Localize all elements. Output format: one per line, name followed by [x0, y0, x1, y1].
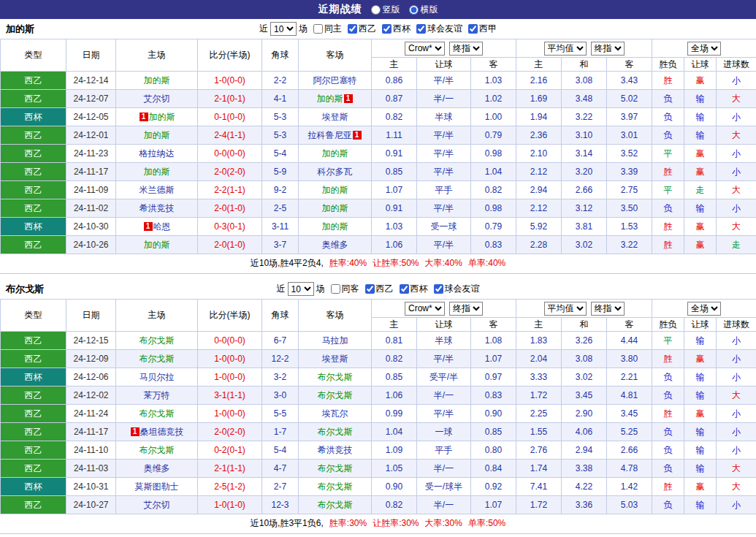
filter-checkbox-option[interactable]: 西杯 — [400, 283, 428, 295]
home-team[interactable]: 加的斯 — [116, 236, 198, 254]
average-stage-select[interactable]: 终指 — [591, 42, 625, 56]
filter-checkbox-option[interactable]: 西乙 — [348, 23, 376, 35]
home-team[interactable]: 莫斯图勒士 — [116, 478, 198, 496]
home-team[interactable]: 米兰德斯 — [116, 181, 198, 199]
home-team[interactable]: 加的斯 — [116, 126, 198, 145]
away-team[interactable]: 加的斯1 — [299, 90, 372, 108]
filter-checkbox-option[interactable]: 同主 — [313, 23, 342, 35]
team-name-text: 格拉纳达 — [140, 148, 175, 159]
filter-checkbox[interactable] — [313, 24, 323, 34]
avg-home-odds: 1.83 — [516, 332, 562, 350]
match-date: 24-12-06 — [66, 368, 116, 386]
home-team[interactable]: 1哈恩 — [116, 218, 198, 236]
away-team[interactable]: 加的斯 — [299, 218, 372, 236]
bookmaker-select[interactable]: Crow* — [405, 302, 445, 316]
home-team[interactable]: 布尔戈斯 — [116, 332, 198, 350]
home-team[interactable]: 艾尔切 — [116, 496, 198, 514]
odds-home: 0.99 — [372, 405, 417, 423]
home-team[interactable]: 莱万特 — [116, 386, 198, 405]
filter-checkbox[interactable] — [365, 284, 375, 294]
home-team[interactable]: 艾尔切 — [116, 90, 198, 108]
avg-home-odds: 2.04 — [516, 350, 562, 368]
avg-away-odds: 5.02 — [607, 90, 652, 108]
match-count-select[interactable]: 10 — [270, 22, 297, 36]
home-team[interactable]: 加的斯 — [116, 163, 198, 181]
red-card-badge: 1 — [353, 131, 362, 140]
away-team[interactable]: 布尔戈斯 — [299, 368, 372, 386]
result-goals: 小 — [717, 108, 756, 126]
match-row: 西乙24-11-09米兰德斯2-2(1-1)9-2加的斯1.07平手0.822.… — [1, 181, 756, 199]
odds-handicap: 平/半 — [417, 199, 471, 218]
away-team[interactable]: 加的斯 — [299, 199, 372, 218]
result-goals: 小 — [717, 441, 756, 460]
filter-checkbox[interactable] — [348, 24, 357, 34]
summary-stat: 单率:40% — [468, 257, 505, 270]
result-outcome: 胜 — [652, 72, 684, 90]
away-team[interactable]: 布尔戈斯 — [299, 423, 372, 441]
away-team[interactable]: 埃登斯 — [299, 350, 372, 368]
bookmaker-select[interactable]: Crow* — [405, 42, 445, 56]
home-team[interactable]: 加的斯 — [116, 72, 198, 90]
filter-checkbox-option[interactable]: 西杯 — [382, 23, 411, 35]
summary-stat: 胜率:30% — [329, 517, 367, 530]
filter-checkbox[interactable] — [434, 284, 443, 294]
filter-checkbox[interactable] — [400, 284, 409, 294]
filter-checkbox-option[interactable]: 球会友谊 — [434, 283, 480, 295]
average-stage-select[interactable]: 终指 — [591, 302, 625, 316]
home-team[interactable]: 格拉纳达 — [116, 145, 198, 163]
away-team[interactable]: 布尔戈斯 — [299, 478, 372, 496]
filter-checkbox[interactable] — [416, 24, 426, 34]
filter-checkbox[interactable] — [468, 24, 478, 34]
away-team[interactable]: 阿尔巴塞特 — [299, 72, 372, 90]
layout-option-vertical[interactable]: 竖版 — [371, 4, 400, 16]
away-team[interactable]: 布尔戈斯 — [299, 460, 372, 478]
team-name-text: 加的斯 — [144, 167, 170, 177]
home-team[interactable]: 奥维多 — [116, 460, 198, 478]
away-team[interactable]: 科尔多瓦 — [299, 163, 372, 181]
team-name-text: 加的斯 — [322, 185, 348, 195]
home-team[interactable]: 1桑坦德竞技 — [116, 423, 198, 441]
filter-checkbox-option[interactable]: 同客 — [331, 283, 359, 295]
away-team[interactable]: 布尔戈斯 — [299, 496, 372, 514]
away-team[interactable]: 奥维多 — [299, 236, 372, 254]
scope-select[interactable]: 全场 — [687, 42, 721, 56]
home-team[interactable]: 布尔戈斯 — [116, 405, 198, 423]
away-team[interactable]: 埃瓦尔 — [299, 405, 372, 423]
home-team[interactable]: 布尔戈斯 — [116, 350, 198, 368]
away-team[interactable]: 埃登斯 — [299, 108, 372, 126]
home-team[interactable]: 马贝尔拉 — [116, 368, 198, 386]
odds-stage-select[interactable]: 终指 — [449, 302, 483, 316]
odds-home: 0.91 — [372, 199, 417, 218]
average-select[interactable]: 平均值 — [544, 302, 587, 316]
filter-checkbox[interactable] — [331, 284, 340, 294]
layout-option-horizontal[interactable]: 横版 — [409, 4, 438, 16]
filter-checkbox[interactable] — [382, 24, 392, 34]
layout-radio[interactable] — [371, 5, 381, 15]
odds-away: 0.98 — [471, 145, 516, 163]
odds-handicap: 平手 — [417, 181, 471, 199]
filter-checkbox-option[interactable]: 西甲 — [468, 23, 497, 35]
away-team[interactable]: 拉科鲁尼亚1 — [299, 126, 372, 145]
team-name-text: 加的斯 — [144, 240, 170, 250]
odds-stage-select[interactable]: 终指 — [449, 42, 483, 56]
layout-radio[interactable] — [409, 5, 419, 15]
odds-handicap: 受平/半 — [417, 368, 471, 386]
corners: 5-3 — [262, 126, 299, 145]
away-team[interactable]: 马拉加 — [299, 332, 372, 350]
home-team[interactable]: 希洪竞技 — [116, 199, 198, 218]
away-team[interactable]: 希洪竞技 — [299, 441, 372, 460]
away-team[interactable]: 加的斯 — [299, 181, 372, 199]
odds-handicap: 平/半 — [417, 236, 471, 254]
filter-checkbox-option[interactable]: 西乙 — [365, 283, 394, 295]
away-team[interactable]: 加的斯 — [299, 145, 372, 163]
match-count-select[interactable]: 10 — [288, 282, 314, 296]
summary-stat: 单率:50% — [468, 517, 505, 530]
scope-select[interactable]: 全场 — [687, 302, 721, 316]
home-team[interactable]: 1加的斯 — [116, 108, 198, 126]
average-select[interactable]: 平均值 — [544, 42, 587, 56]
home-team[interactable]: 布尔戈斯 — [116, 441, 198, 460]
filter-checkbox-option[interactable]: 球会友谊 — [416, 23, 462, 35]
odds-home: 0.87 — [372, 90, 417, 108]
avg-draw-odds: 2.94 — [562, 441, 607, 460]
away-team[interactable]: 布尔戈斯 — [299, 386, 372, 405]
